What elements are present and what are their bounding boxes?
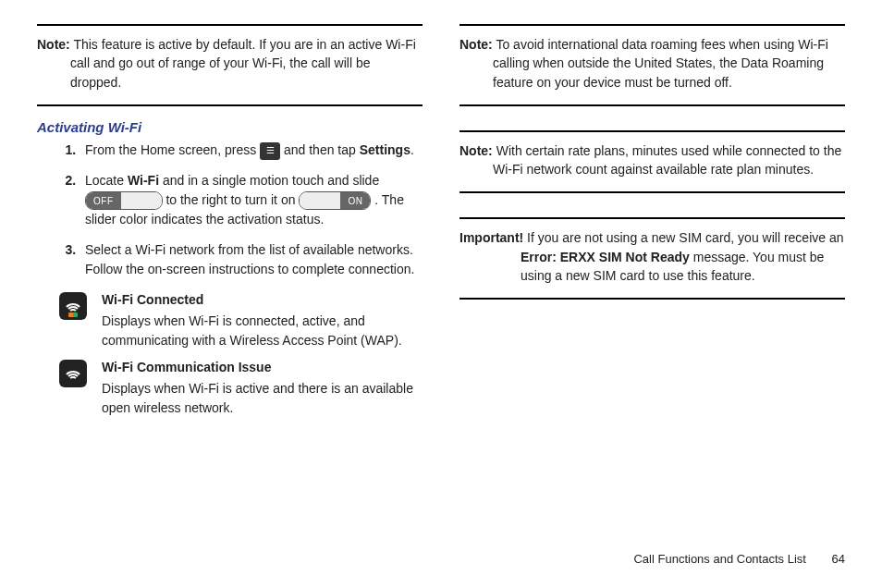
divider [37,104,423,106]
page-footer: Call Functions and Contacts List 64 [37,552,845,566]
settings-label: Settings [360,142,410,157]
status-description: Displays when Wi-Fi is connected, active… [102,313,402,348]
wifi-issue-icon [59,360,87,387]
divider [459,217,845,219]
note-block: Note: To avoid international data roamin… [459,31,845,99]
divider [459,104,845,106]
status-description: Displays when Wi-Fi is active and there … [102,381,413,415]
status-title: Wi-Fi Communication Issue [102,358,423,377]
toggle-on-label: ON [340,192,370,209]
divider [459,130,845,132]
step-text: to the right to turn it on [165,192,299,207]
important-text: If you are not using a new SIM card, you… [527,230,843,245]
note-text: To avoid international data roaming fees… [493,37,828,90]
divider [37,24,423,26]
wifi-connected-icon [59,292,87,320]
status-wifi-issue: Wi-Fi Communication Issue Displays when … [59,358,423,418]
note-label: Note: [459,37,493,52]
section-heading: Activating Wi-Fi [37,119,423,135]
step-3: Select a Wi-Fi network from the list of … [80,240,423,279]
right-column: Note: To avoid international data roamin… [459,18,845,422]
important-block: Important! If you are not using a new SI… [459,225,845,292]
toggle-on-icon: ON [299,191,371,210]
status-wifi-connected: Wi-Fi Connected Displays when Wi-Fi is c… [59,290,423,350]
step-text: and in a single motion touch and slide [159,173,379,188]
toggle-off-icon: OFF [85,191,163,210]
left-column: Note: This feature is active by default.… [37,18,423,422]
step-text: Locate [85,173,128,188]
wifi-label: Wi-Fi [128,173,159,188]
step-1: From the Home screen, press ☰ and then t… [80,141,423,160]
note-label: Note: [459,143,493,158]
step-text: Select a Wi-Fi network from the list of … [85,242,414,276]
step-text: From the Home screen, press [85,142,260,157]
footer-section: Call Functions and Contacts List [633,552,805,566]
step-text: . [410,142,414,157]
important-label: Important! [459,230,523,245]
divider [459,191,845,193]
steps-list: From the Home screen, press ☰ and then t… [37,141,423,279]
note-label: Note: [37,37,70,52]
status-title: Wi-Fi Connected [102,290,423,310]
divider [459,24,845,26]
error-message: Error: ERXX SIM Not Ready [521,250,690,264]
note-block: Note: With certain rate plans, minutes u… [459,138,845,187]
step-text: and then tap [284,142,360,157]
divider [459,298,845,300]
note-block: Note: This feature is active by default.… [37,31,423,99]
note-text: This feature is active by default. If yo… [70,37,416,90]
menu-icon: ☰ [260,142,280,160]
step-2: Locate Wi-Fi and in a single motion touc… [80,171,423,229]
page-number: 64 [832,552,845,566]
toggle-off-label: OFF [86,192,121,209]
note-text: With certain rate plans, minutes used wh… [493,143,841,177]
